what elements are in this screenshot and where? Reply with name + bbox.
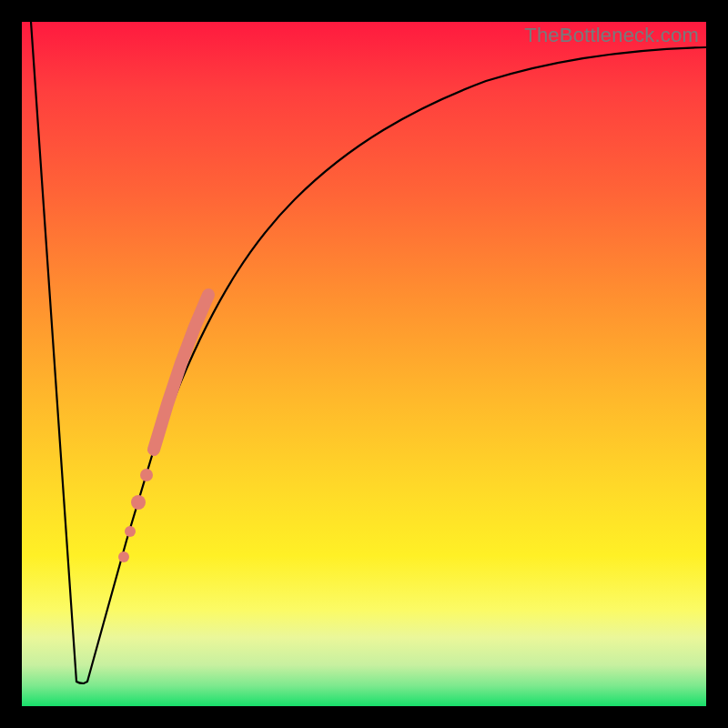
chart-frame: TheBottleneck.com bbox=[0, 0, 728, 728]
bottleneck-curve bbox=[31, 22, 706, 683]
chart-svg bbox=[22, 22, 706, 706]
highlight-dot bbox=[131, 495, 146, 510]
highlight-segment bbox=[154, 295, 208, 450]
highlight-dot bbox=[118, 551, 129, 562]
highlight-dot bbox=[125, 526, 136, 537]
highlight-dot bbox=[140, 469, 153, 481]
plot-area: TheBottleneck.com bbox=[22, 22, 706, 706]
